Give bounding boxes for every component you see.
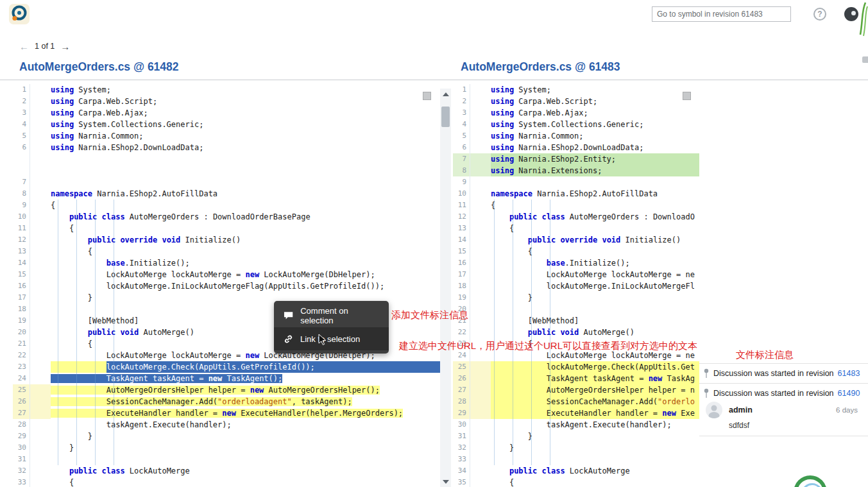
line-number[interactable]: 2 — [13, 96, 30, 107]
code-text[interactable]: using Narnia.Common; — [51, 130, 440, 142]
code-text[interactable]: { — [491, 200, 699, 211]
prev-diff-arrow[interactable]: ← — [19, 41, 29, 52]
code-text[interactable]: } — [51, 442, 440, 454]
line-number[interactable]: 17 — [453, 269, 470, 280]
code-line-old[interactable]: 5using Narnia.Common; — [13, 130, 440, 142]
code-line-new[interactable]: 2using Carpa.Web.Script; — [453, 96, 699, 107]
code-line-new[interactable]: 25 lockAutoMerge.Check(AppUtils.Get — [453, 361, 699, 373]
code-text[interactable]: ExecuteHandler handler = new ExecuteHand… — [51, 407, 440, 419]
code-line-new[interactable]: 15 { — [453, 246, 699, 257]
next-diff-arrow[interactable]: → — [60, 41, 70, 52]
code-text[interactable]: lockAutoMerge.Check(AppUtils.Get — [491, 361, 699, 373]
code-text[interactable]: AutoMergeOrdersHelper helper = n — [491, 384, 699, 396]
code-text[interactable] — [51, 165, 440, 176]
code-text[interactable]: { — [491, 477, 699, 487]
code-text[interactable]: using Carpa.Web.Script; — [491, 96, 699, 107]
code-line-old[interactable]: 1using System; — [13, 84, 440, 96]
code-text[interactable]: public class LockAutoMerge — [51, 465, 440, 477]
code-text[interactable]: { — [51, 477, 440, 487]
code-line-new[interactable]: 19 } — [453, 292, 699, 303]
code-line-old[interactable]: 30 } — [13, 442, 440, 454]
code-text[interactable]: using Carpa.Web.Ajax; — [51, 107, 440, 119]
line-number[interactable]: 24 — [13, 373, 30, 384]
code-line-old[interactable]: 8namespace Narnia.EShop2.AutoFillData — [13, 188, 440, 200]
code-line-old[interactable]: 3using Carpa.Web.Ajax; — [13, 107, 440, 119]
code-text[interactable]: using System.Collections.Generic; — [51, 119, 440, 130]
line-number[interactable]: 23 — [13, 361, 30, 373]
line-number[interactable]: 6 — [13, 142, 30, 153]
code-text[interactable]: { — [491, 223, 699, 234]
code-text[interactable]: { — [51, 200, 440, 211]
code-line-old[interactable]: 6using Narnia.EShop2.DownLoadData; — [13, 142, 440, 153]
comment-indicator-icon[interactable] — [862, 56, 868, 63]
line-number[interactable]: 29 — [453, 407, 470, 419]
code-line-old[interactable]: 33 { — [13, 477, 440, 487]
code-text[interactable]: taskAgent.Execute(handler); — [51, 419, 440, 431]
code-line-new[interactable]: 10namespace Narnia.EShop2.AutoFillData — [453, 188, 699, 200]
code-line-old[interactable]: 2using Carpa.Web.Script; — [13, 96, 440, 107]
code-line-new[interactable]: 18 lockAutoMerge.IniLockAutoMergeFl — [453, 280, 699, 292]
code-line-old[interactable]: 12 public override void Initialize() — [13, 234, 440, 246]
vertical-scrollbar[interactable] — [440, 89, 451, 487]
link-to-selection-item[interactable]: Link to selection — [274, 327, 389, 350]
line-number[interactable]: 10 — [453, 188, 470, 200]
search-input[interactable] — [652, 6, 791, 22]
code-text[interactable]: { — [491, 246, 699, 257]
line-number[interactable]: 30 — [453, 419, 470, 431]
code-text[interactable]: using Narnia.EShop2.DownLoadData; — [51, 142, 440, 153]
line-number[interactable]: 5 — [453, 130, 470, 142]
line-number[interactable]: 4 — [13, 119, 30, 130]
line-number[interactable]: 20 — [13, 327, 30, 338]
code-text[interactable]: using System; — [51, 84, 440, 96]
code-text[interactable]: lockAutoMerge.IniLockAutoMergeFlag(AppUt… — [51, 280, 440, 292]
code-line-new[interactable]: 12 public class AutoMergeOrders : Downlo… — [453, 211, 699, 223]
code-text[interactable]: lockAutoMerge.IniLockAutoMergeFl — [491, 280, 699, 292]
line-number[interactable]: 17 — [13, 292, 30, 303]
line-number[interactable]: 5 — [13, 130, 30, 142]
code-text[interactable] — [51, 454, 440, 465]
code-text[interactable]: ExecuteHandler handler = new Exe — [491, 407, 699, 419]
code-text[interactable]: public override void Initialize() — [51, 234, 440, 246]
code-text[interactable]: public override void Initialize() — [491, 234, 699, 246]
code-line-new[interactable]: 26 TaskAgent taskAgent = new TaskAg — [453, 373, 699, 384]
line-number[interactable]: 13 — [453, 223, 470, 234]
code-line-new[interactable]: 20 — [453, 303, 699, 315]
code-line-new[interactable]: 14 public override void Initialize() — [453, 234, 699, 246]
code-line-old[interactable] — [13, 153, 440, 165]
code-text[interactable]: } — [51, 431, 440, 442]
line-number[interactable]: 31 — [453, 431, 470, 442]
line-number[interactable]: 12 — [13, 234, 30, 246]
discussion-item[interactable]: Discussion was started in revision 61483 — [699, 363, 868, 384]
code-text[interactable]: using Narnia.EShop2.DownLoadData; — [491, 142, 699, 153]
discussion-item[interactable]: Discussion was started in revision 61490… — [699, 384, 868, 436]
code-line-old[interactable]: 10 public class AutoMergeOrders : Downlo… — [13, 211, 440, 223]
left-file-title[interactable]: AutoMergeOrders.cs @ 61482 — [19, 60, 179, 74]
code-line-new[interactable]: 13 { — [453, 223, 699, 234]
code-text[interactable]: TaskAgent taskAgent = new TaskAgent(); — [51, 373, 440, 384]
line-number[interactable]: 27 — [453, 384, 470, 396]
line-number[interactable]: 21 — [13, 338, 30, 350]
code-text[interactable]: AutoMergeOrdersHelper helper = new AutoM… — [51, 384, 440, 396]
code-text[interactable]: namespace Narnia.EShop2.AutoFillData — [491, 188, 699, 200]
code-text[interactable] — [491, 303, 699, 315]
code-line-old[interactable]: 14 base.Initialize(); — [13, 257, 440, 269]
line-number[interactable]: 18 — [453, 280, 470, 292]
code-line-old[interactable]: 4using System.Collections.Generic; — [13, 119, 440, 130]
code-line-new[interactable]: 31 } — [453, 431, 699, 442]
line-number[interactable]: 8 — [13, 188, 30, 200]
code-line-new[interactable]: 5using Narnia.Common; — [453, 130, 699, 142]
code-line-old[interactable]: 27 ExecuteHandler handler = new ExecuteH… — [13, 407, 440, 419]
code-text[interactable]: [WebMethod] — [491, 315, 699, 327]
code-line-new[interactable]: 16 base.Initialize(); — [453, 257, 699, 269]
code-text[interactable]: SessionCacheManager.Add("orderloadagent"… — [51, 396, 440, 407]
code-line-new[interactable]: 22 public void AutoMerge() — [453, 327, 699, 338]
line-number[interactable]: 3 — [13, 107, 30, 119]
line-number[interactable]: 30 — [13, 442, 30, 454]
code-text[interactable]: using Carpa.Web.Script; — [51, 96, 440, 107]
line-number[interactable]: 32 — [13, 465, 30, 477]
code-text[interactable]: using Narnia.EShop2.Entity; — [491, 153, 699, 165]
code-text[interactable]: public class LockAutoMerge — [491, 465, 699, 477]
code-line-old[interactable]: 15 LockAutoMerge lockAutoMerge = new Loc… — [13, 269, 440, 280]
code-line-new[interactable]: 1using System; — [453, 84, 699, 96]
line-number[interactable]: 22 — [13, 350, 30, 361]
